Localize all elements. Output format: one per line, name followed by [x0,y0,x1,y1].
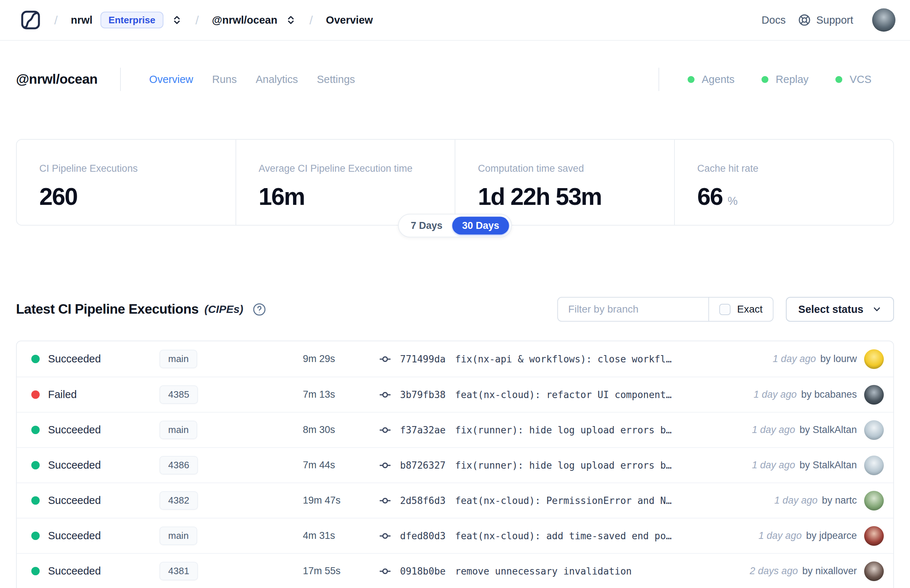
branch-badge: 4386 [160,456,198,475]
duration: 9m 29s [255,353,337,365]
branch-badge: 4382 [160,491,198,510]
author: by nartc [822,495,857,506]
stat-value: 260 [39,184,213,208]
author: by StalkAltan [799,424,857,436]
nx-cloud-logo-icon[interactable] [20,10,41,31]
table-row[interactable]: Succeeded 4382 19m 47s 2d58f6d3 feat(nx-… [17,483,893,518]
table-row[interactable]: Succeeded 4386 7m 44s b8726327 fix(runne… [17,447,893,483]
tab-runs[interactable]: Runs [212,73,237,86]
commit-cell: 3b79fb38 feat(nx-cloud): refactor UI com… [379,389,743,401]
support-link[interactable]: Support [798,13,853,27]
table-row[interactable]: Succeeded 4381 17m 55s 0918b0be remove u… [17,553,893,588]
table-row[interactable]: Succeeded main 4m 31s dfed80d3 feat(nx-c… [17,518,893,553]
status-indicator-label: VCS [850,73,871,86]
branch-filter-input[interactable] [558,298,708,321]
stat-value: 16m [259,184,432,208]
workspace-header: @nrwl/ocean Overview Runs Analytics Sett… [16,68,894,91]
breadcrumb-separator: / [54,13,58,27]
status-indicator-replay[interactable]: Replay [761,73,808,86]
branch-cell: main [155,350,255,368]
org-selector[interactable]: nrwl Enterprise [71,11,182,28]
commit-hash: 0918b0be [400,566,446,577]
user-avatar[interactable] [872,8,895,32]
duration: 19m 47s [255,495,337,506]
commit-hash: f37a32ae [400,425,446,436]
meta-cell: 1 day ago by StalkAltan [752,420,893,440]
select-status-dropdown[interactable]: Select status [786,297,894,321]
chevron-up-down-icon[interactable] [171,15,183,26]
range-option-7-days[interactable]: 7 Days [401,217,452,235]
status-cell: Succeeded [17,459,155,471]
status-indicator-label: Agents [702,73,735,86]
status-dot-icon [31,391,40,399]
commit-hash: dfed80d3 [400,530,446,541]
branch-cell: 4385 [155,385,255,404]
breadcrumb: / nrwl Enterprise / @nrwl/ocean / Overvi… [20,10,373,31]
duration: 4m 31s [255,530,337,541]
stat-card: CI Pipeline Executions 260 [17,140,236,225]
online-dot-icon [761,76,768,83]
meta-cell: 1 day ago by lourw [773,349,893,369]
stat-value: 66 % [697,184,871,208]
meta-cell: 1 day ago by nartc [774,491,893,510]
status-dot-icon [31,531,40,540]
time-ago: 1 day ago [773,353,816,365]
commit-cell: dfed80d3 feat(nx-cloud): add time-saved … [379,530,748,542]
status-cell: Succeeded [17,565,155,577]
commit-message: fix(runner): hide log upload errors b… [455,425,672,436]
author: by lourw [820,353,857,365]
stat-label: Cache hit rate [697,163,871,174]
status-indicator-agents[interactable]: Agents [688,73,735,86]
help-icon[interactable] [253,303,266,316]
online-dot-icon [688,76,695,83]
commit-cell: 0918b0be remove unnecessary invalidation [379,565,739,577]
date-range-toggle: 7 Days 30 Days [398,214,512,237]
stat-label: CI Pipeline Executions [39,163,213,174]
git-commit-icon [379,530,391,542]
meta-cell: 1 day ago by jdpearce [758,526,893,546]
breadcrumb-page: Overview [326,14,373,26]
chevron-up-down-icon[interactable] [285,15,296,26]
chevron-down-icon [872,305,882,314]
table-row[interactable]: Succeeded main 8m 30s f37a32ae fix(runne… [17,412,893,447]
status-dot-icon [31,355,40,363]
status-cell: Succeeded [17,353,155,365]
top-nav-bar: / nrwl Enterprise / @nrwl/ocean / Overvi… [0,0,910,41]
support-label: Support [816,14,853,26]
duration: 17m 55s [255,565,337,577]
tab-overview[interactable]: Overview [149,73,193,86]
commit-message: remove unnecessary invalidation [455,566,632,577]
duration: 8m 30s [255,424,337,436]
status-label: Succeeded [48,424,101,436]
workspace-selector[interactable]: @nrwl/ocean [212,14,296,26]
git-commit-icon [379,389,391,401]
cipes-header: Latest CI Pipeline Executions (CIPEs) Ex… [16,297,894,321]
branch-cell: 4381 [155,562,255,580]
commit-message: feat(nx-cloud): refactor UI component… [455,389,672,400]
stat-card: Computation time saved 1d 22h 53m [455,140,674,225]
table-row[interactable]: Failed 4385 7m 13s 3b79fb38 feat(nx-clou… [17,376,893,412]
commit-hash: 771499da [400,354,446,365]
branch-badge: main [160,350,197,368]
table-row[interactable]: Succeeded main 9m 29s 771499da fix(nx-ap… [17,341,893,376]
tab-analytics[interactable]: Analytics [255,73,298,86]
stat-value: 1d 22h 53m [478,184,651,208]
exact-checkbox[interactable] [719,304,731,315]
org-name: nrwl [71,14,92,26]
range-option-30-days[interactable]: 30 Days [452,217,509,235]
git-commit-icon [379,459,391,472]
time-ago: 1 day ago [752,424,795,436]
status-indicator-vcs[interactable]: VCS [836,73,871,86]
breadcrumb-separator: / [196,13,199,27]
stat-value-number: 260 [39,184,77,208]
docs-link[interactable]: Docs [761,14,786,26]
lifebuoy-icon [798,13,811,27]
integration-statuses: Agents Replay VCS [636,68,894,91]
tab-settings[interactable]: Settings [317,73,355,86]
branch-cell: 4382 [155,491,255,510]
status-label: Succeeded [48,353,101,365]
status-dot-icon [31,567,40,575]
stat-value-number: 66 [697,184,723,208]
commit-hash: b8726327 [400,460,446,471]
time-ago: 1 day ago [774,495,818,506]
